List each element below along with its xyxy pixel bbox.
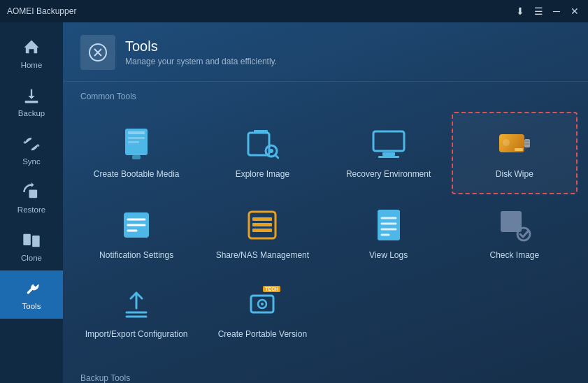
import-export-configuration-label: Import/Export Configuration [85, 329, 188, 340]
minimize-btn[interactable]: ─ [550, 6, 563, 16]
svg-rect-17 [373, 131, 404, 151]
check-image-label: Check Image [490, 250, 540, 261]
notification-settings-label: Notification Settings [99, 250, 173, 261]
content-area: Tools Manage your system and data effici… [63, 22, 588, 383]
disk-wipe-label: Disk Wipe [496, 169, 533, 180]
tools-label: Tools [22, 302, 41, 310]
tool-check-image[interactable]: Check Image [452, 194, 578, 274]
svg-rect-39 [501, 211, 522, 232]
tools-grid: Create Bootable Media Explore Image [63, 108, 588, 363]
restore-label: Restore [17, 205, 45, 214]
sidebar-item-clone[interactable]: Clone [0, 222, 63, 270]
sidebar-item-backup[interactable]: Backup [0, 78, 63, 126]
common-tools-heading: Common Tools [63, 82, 588, 108]
svg-rect-8 [128, 131, 145, 134]
sidebar-item-sync[interactable]: Sync [0, 126, 63, 174]
svg-rect-31 [252, 217, 272, 221]
page-header-text: Tools Manage your system and data effici… [125, 38, 277, 66]
svg-rect-18 [382, 152, 395, 156]
restore-icon [22, 182, 41, 202]
tool-import-export-configuration[interactable]: Import/Export Configuration [73, 273, 199, 353]
backup-label: Backup [18, 109, 45, 117]
import-export-configuration-icon [118, 286, 155, 322]
create-portable-version-icon: TECH [244, 286, 280, 322]
svg-rect-10 [128, 141, 139, 143]
view-logs-label: View Logs [369, 250, 408, 261]
tool-explore-image[interactable]: Explore Image [199, 112, 325, 194]
svg-rect-24 [524, 140, 530, 142]
svg-rect-2 [23, 234, 31, 245]
svg-rect-32 [252, 223, 272, 226]
tool-create-bootable-media[interactable]: Create Bootable Media [73, 112, 199, 194]
share-nas-management-label: Share/NAS Management [216, 250, 309, 261]
svg-rect-33 [252, 229, 272, 232]
notification-settings-icon [118, 207, 155, 243]
svg-rect-19 [378, 156, 399, 158]
tool-recovery-environment[interactable]: Recovery Environment [326, 112, 452, 194]
create-portable-version-label: Create Portable Version [218, 329, 307, 340]
svg-point-46 [261, 303, 264, 305]
svg-line-15 [275, 155, 278, 158]
sidebar-item-tools[interactable]: Tools [0, 270, 63, 319]
explore-image-icon [244, 126, 280, 162]
titlebar: AOMEI Backupper ⬇ ☰ ─ ✕ [0, 0, 588, 22]
backup-icon [22, 86, 41, 106]
tech-badge: TECH [263, 286, 280, 292]
sidebar-item-home[interactable]: Home [0, 29, 63, 78]
app-title: AOMEI Backupper [7, 6, 76, 16]
view-logs-icon [371, 207, 407, 243]
home-icon [22, 38, 41, 57]
page-title: Tools [125, 38, 277, 55]
svg-point-16 [269, 149, 273, 153]
svg-rect-3 [32, 236, 39, 247]
create-bootable-media-icon [118, 126, 155, 162]
tool-share-nas-management[interactable]: Share/NAS Management [199, 194, 325, 274]
sidebar: Home Backup Sync Restore Clone [0, 22, 63, 383]
page-header: Tools Manage your system and data effici… [63, 22, 588, 82]
sync-label: Sync [22, 157, 41, 166]
clone-label: Clone [21, 254, 42, 262]
explore-image-label: Explore Image [236, 169, 289, 180]
svg-rect-9 [128, 137, 145, 139]
tool-view-logs[interactable]: View Logs [326, 194, 452, 274]
share-nas-management-icon [244, 207, 280, 243]
svg-point-21 [503, 139, 510, 146]
recovery-environment-icon [371, 126, 407, 162]
menu-btn[interactable]: ☰ [532, 6, 545, 16]
close-btn[interactable]: ✕ [568, 6, 581, 16]
svg-rect-22 [515, 148, 523, 151]
svg-rect-13 [254, 130, 268, 133]
tool-notification-settings[interactable]: Notification Settings [73, 194, 199, 274]
svg-rect-25 [524, 143, 530, 145]
svg-rect-1 [29, 190, 38, 198]
tool-create-portable-version[interactable]: TECH Create Portable Version [199, 273, 325, 353]
sidebar-item-restore[interactable]: Restore [0, 174, 63, 222]
page-header-icon [80, 35, 115, 70]
check-image-icon [496, 207, 533, 243]
download-btn[interactable]: ⬇ [514, 6, 526, 16]
svg-rect-0 [25, 101, 38, 103]
tools-icon [22, 279, 41, 298]
backup-tools-heading: Backup Tools [63, 363, 588, 383]
disk-wipe-icon [496, 126, 533, 162]
main-layout: Home Backup Sync Restore Clone [0, 22, 588, 383]
page-subtitle: Manage your system and data efficiently. [125, 57, 277, 66]
clone-icon [22, 231, 41, 250]
tool-disk-wipe[interactable]: Disk Wipe [452, 112, 578, 194]
sync-icon [22, 134, 41, 154]
recovery-environment-label: Recovery Environment [346, 169, 431, 180]
window-controls: ⬇ ☰ ─ ✕ [514, 6, 581, 16]
home-label: Home [21, 61, 43, 69]
create-bootable-media-label: Create Bootable Media [94, 169, 180, 180]
svg-rect-11 [132, 155, 141, 159]
